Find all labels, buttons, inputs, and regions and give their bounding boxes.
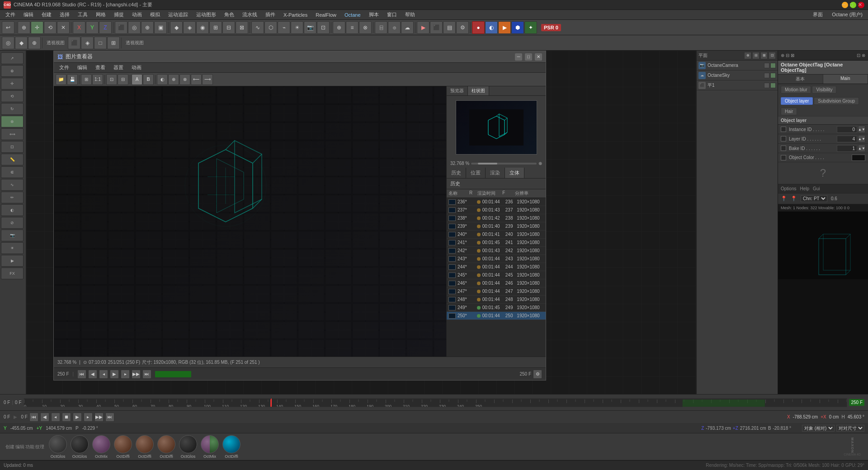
iv-play-prev2[interactable]: ◂ bbox=[99, 370, 108, 379]
history-row-2[interactable]: 238*00:01:422381920×1080 bbox=[447, 214, 546, 222]
material-slot-3[interactable]: OctMix bbox=[91, 435, 111, 459]
instance-id-input[interactable] bbox=[837, 126, 857, 133]
iv-minimize-btn[interactable]: ─ bbox=[515, 53, 522, 61]
create-object5[interactable]: ⊟ bbox=[222, 21, 235, 34]
iv-play-next[interactable]: ▸ bbox=[121, 370, 130, 379]
history-row-14[interactable]: 250*00:01:442501920×1080 bbox=[447, 312, 546, 320]
pb-next-btn[interactable]: ▸ bbox=[84, 413, 93, 422]
tool-instance[interactable]: ≡ bbox=[346, 21, 359, 34]
material-slot-7[interactable]: OctGlos bbox=[178, 435, 198, 459]
scale-tool[interactable]: ✕ bbox=[57, 21, 70, 34]
tab-stereo[interactable]: 立体 bbox=[505, 168, 524, 178]
position-mode-select[interactable]: 对象 (相对) bbox=[802, 425, 835, 432]
menu-mograph[interactable]: 运动图形 bbox=[193, 10, 220, 19]
view-btn2[interactable]: ◈ bbox=[81, 37, 94, 49]
tool-camera2[interactable]: 📷 bbox=[1, 230, 24, 241]
iv-copy-btn[interactable]: ⊗ bbox=[179, 74, 190, 85]
menu-animation[interactable]: 动画 bbox=[128, 10, 146, 19]
pb-first-btn[interactable]: ⏮ bbox=[29, 413, 38, 422]
mode-scene-btn[interactable]: ◆ bbox=[15, 37, 28, 49]
tool-boole[interactable]: ⊕ bbox=[333, 21, 345, 34]
scene-item-octane-sky[interactable]: ☁ OctaneSky bbox=[697, 70, 778, 80]
material-slot-4[interactable]: OctDiffi bbox=[113, 435, 133, 459]
mode-tweak-btn[interactable]: ⊕ bbox=[28, 37, 41, 49]
mode-texture[interactable]: ◎ bbox=[128, 21, 141, 34]
tool-paint[interactable]: ✏ bbox=[1, 192, 24, 203]
iv-menu-animation[interactable]: 动画 bbox=[128, 63, 145, 72]
layer-id-arrow[interactable]: ▲▼ bbox=[858, 135, 865, 142]
tool-sculpt[interactable]: ◐ bbox=[1, 204, 24, 216]
subdivision-group-btn[interactable]: Subdivision Group bbox=[814, 97, 859, 105]
history-row-6[interactable]: 242*00:01:432421920×1080 bbox=[447, 247, 546, 255]
menu-simulate[interactable]: 模拟 bbox=[146, 10, 164, 19]
tool-environment[interactable]: ☁ bbox=[401, 21, 414, 34]
tool-nurbs[interactable]: ⬡ bbox=[264, 21, 277, 34]
image-viewer-title-bar[interactable]: 🖼 图片查看器 ─ □ ✕ bbox=[54, 51, 546, 63]
tool-array[interactable]: ⊡ bbox=[317, 21, 330, 34]
iv-play-first[interactable]: ⏮ bbox=[77, 370, 86, 379]
menu-create[interactable]: 创建 bbox=[38, 10, 55, 19]
history-row-4[interactable]: 240*00:01:412401920×1080 bbox=[447, 230, 546, 239]
object-color-swatch[interactable] bbox=[852, 155, 865, 161]
tab-history[interactable]: 历史 bbox=[447, 168, 466, 178]
iv-ab-a-btn[interactable]: A bbox=[132, 74, 142, 85]
menu-select[interactable]: 选择 bbox=[56, 10, 73, 19]
size-mode-select[interactable]: 对对尺寸 bbox=[836, 425, 864, 432]
transform-z[interactable]: Z bbox=[99, 21, 112, 34]
tool-fx[interactable]: FX bbox=[1, 268, 24, 279]
tab-preview-nav[interactable]: 预览器 bbox=[447, 86, 468, 95]
history-row-11[interactable]: 247*00:01:442471920×1080 bbox=[447, 287, 546, 296]
timeline-track[interactable]: 0 10 20 30 40 50 60 70 80 90 100 110 120… bbox=[24, 398, 848, 407]
tool-spline2[interactable]: ∿ bbox=[1, 179, 24, 191]
create-object1[interactable]: ◆ bbox=[170, 21, 183, 34]
tool-active[interactable]: ⊗ bbox=[1, 116, 24, 127]
iv-open-btn[interactable]: 📁 bbox=[56, 74, 66, 85]
select-tool[interactable]: ⊕ bbox=[18, 21, 30, 34]
tool-move[interactable]: ✛ bbox=[1, 78, 24, 89]
tool-weight[interactable]: ⊘ bbox=[1, 217, 24, 229]
viewport-3d[interactable]: X Y Z 🖼 图片查看器 ─ □ bbox=[26, 51, 696, 394]
tab-info[interactable]: 位置 bbox=[466, 168, 486, 178]
motion-blur-btn[interactable]: Motion blur bbox=[781, 86, 811, 94]
iv-menu-edit[interactable]: 编辑 bbox=[74, 63, 91, 72]
undo-button[interactable]: ↩ bbox=[2, 21, 14, 34]
iv-filter-btn[interactable]: ⊕ bbox=[168, 74, 179, 85]
menu-octane[interactable]: Octane bbox=[341, 11, 364, 19]
iv-play-settings[interactable]: ⚙ bbox=[533, 370, 542, 379]
material-slot-8[interactable]: OctMix bbox=[200, 435, 220, 459]
iv-arrows-btn[interactable]: ⟵ bbox=[191, 74, 202, 85]
mode-axis[interactable]: ⊕ bbox=[141, 21, 154, 34]
instance-id-arrow[interactable]: ▲▼ bbox=[858, 126, 865, 133]
tool-array2[interactable]: ⊡ bbox=[1, 141, 24, 153]
hair-btn[interactable]: Hair bbox=[781, 108, 797, 115]
rotate-tool[interactable]: ⟲ bbox=[44, 21, 57, 34]
minimize-button[interactable]: ─ bbox=[842, 2, 848, 8]
iv-menu-file[interactable]: 文件 bbox=[56, 63, 73, 72]
material-slot-6[interactable]: OctDiffi bbox=[156, 435, 176, 459]
material-slot-1[interactable]: OctGlos bbox=[48, 435, 68, 459]
scene-item-octane-camera[interactable]: 📷 OctaneCamera bbox=[697, 61, 778, 70]
create-object4[interactable]: ⊞ bbox=[209, 21, 222, 34]
iv-save-btn[interactable]: 💾 bbox=[67, 74, 78, 85]
iv-history-btn[interactable]: ⊡ bbox=[106, 74, 117, 85]
tab-layer[interactable]: 渲染 bbox=[486, 168, 505, 178]
tab-basic[interactable]: 基本 bbox=[778, 75, 823, 84]
mode-object-btn[interactable]: ◎ bbox=[2, 37, 14, 49]
create-object2[interactable]: ◈ bbox=[183, 21, 196, 34]
scene-icon2[interactable]: ⊟ bbox=[752, 52, 760, 59]
history-row-0[interactable]: 236*00:01:442361920×1080 bbox=[447, 198, 546, 206]
mode-model[interactable]: ⬛ bbox=[115, 21, 127, 34]
menu-window[interactable]: 窗口 bbox=[383, 10, 401, 19]
tool-xref[interactable]: ⊗ bbox=[359, 21, 372, 34]
menu-edit[interactable]: 编辑 bbox=[20, 10, 37, 19]
material-slot-5[interactable]: OctDiffi bbox=[135, 435, 155, 459]
tool-select-icon[interactable]: ↗ bbox=[1, 52, 24, 64]
view-btn1[interactable]: ⬛ bbox=[68, 37, 80, 49]
material-slot-2[interactable]: OctGlos bbox=[70, 435, 90, 459]
iv-close-btn[interactable]: ✕ bbox=[535, 53, 542, 61]
octane-render-btn5[interactable]: ✦ bbox=[524, 21, 537, 34]
layer-id-input[interactable] bbox=[837, 136, 857, 142]
tool-camera[interactable]: 📷 bbox=[304, 21, 316, 34]
history-row-9[interactable]: 245*00:01:442451920×1080 bbox=[447, 271, 546, 279]
menu-tools[interactable]: 工具 bbox=[74, 10, 91, 19]
